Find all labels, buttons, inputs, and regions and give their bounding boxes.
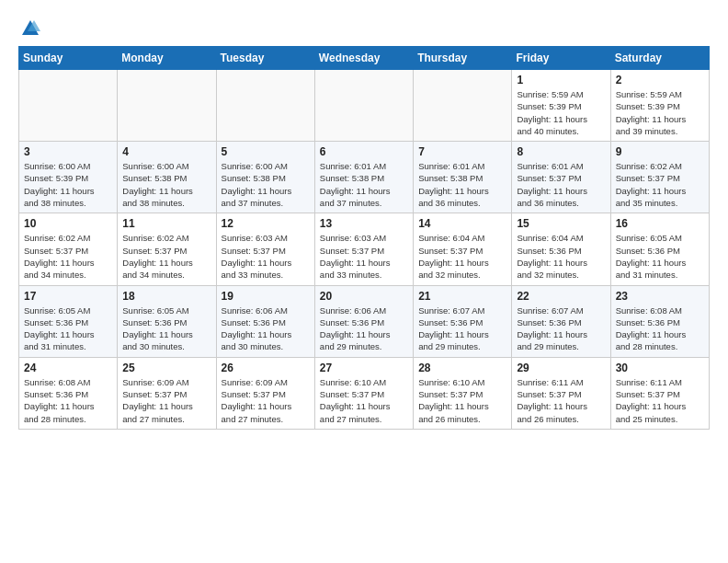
calendar-cell: 20Sunrise: 6:06 AMSunset: 5:36 PMDayligh… — [314, 285, 413, 357]
weekday-header-tuesday: Tuesday — [216, 47, 314, 70]
weekday-header-wednesday: Wednesday — [314, 47, 413, 70]
day-info: Sunrise: 5:59 AMSunset: 5:39 PMDaylight:… — [616, 88, 704, 137]
calendar-cell — [314, 70, 413, 142]
day-info: Sunrise: 6:08 AMSunset: 5:36 PMDaylight:… — [616, 304, 704, 353]
day-number: 18 — [122, 290, 210, 303]
calendar-cell: 13Sunrise: 6:03 AMSunset: 5:37 PMDayligh… — [314, 213, 413, 285]
day-info: Sunrise: 6:00 AMSunset: 5:39 PMDaylight:… — [24, 160, 112, 209]
day-info: Sunrise: 6:11 AMSunset: 5:37 PMDaylight:… — [616, 376, 704, 425]
day-info: Sunrise: 6:01 AMSunset: 5:38 PMDaylight:… — [320, 160, 408, 209]
weekday-header-saturday: Saturday — [610, 47, 709, 70]
day-info: Sunrise: 6:09 AMSunset: 5:37 PMDaylight:… — [222, 376, 310, 425]
day-number: 9 — [616, 145, 704, 158]
day-number: 4 — [122, 145, 210, 158]
day-info: Sunrise: 6:06 AMSunset: 5:36 PMDaylight:… — [222, 304, 310, 353]
day-info: Sunrise: 5:59 AMSunset: 5:39 PMDaylight:… — [517, 88, 605, 137]
calendar-cell: 4Sunrise: 6:00 AMSunset: 5:38 PMDaylight… — [118, 142, 216, 213]
weekday-header-friday: Friday — [512, 47, 610, 70]
day-number: 5 — [222, 145, 310, 158]
weekday-header-monday: Monday — [118, 47, 216, 70]
day-number: 6 — [320, 145, 408, 158]
day-number: 1 — [517, 74, 605, 86]
calendar-cell — [19, 70, 118, 142]
logo-icon — [20, 18, 40, 39]
day-number: 27 — [320, 362, 408, 374]
calendar-cell: 25Sunrise: 6:09 AMSunset: 5:37 PMDayligh… — [118, 357, 216, 429]
day-info: Sunrise: 6:07 AMSunset: 5:36 PMDaylight:… — [517, 304, 605, 353]
calendar-cell: 7Sunrise: 6:01 AMSunset: 5:38 PMDaylight… — [414, 142, 512, 213]
page: SundayMondayTuesdayWednesdayThursdayFrid… — [0, 0, 728, 441]
day-info: Sunrise: 6:05 AMSunset: 5:36 PMDaylight:… — [616, 232, 704, 281]
day-number: 21 — [418, 290, 506, 303]
day-info: Sunrise: 6:02 AMSunset: 5:37 PMDaylight:… — [24, 232, 112, 281]
day-number: 3 — [24, 145, 112, 158]
day-number: 14 — [418, 217, 506, 230]
calendar-cell: 2Sunrise: 5:59 AMSunset: 5:39 PMDaylight… — [610, 70, 709, 142]
day-info: Sunrise: 6:01 AMSunset: 5:37 PMDaylight:… — [517, 160, 605, 209]
weekday-header-sunday: Sunday — [19, 47, 118, 70]
day-number: 19 — [222, 290, 310, 303]
calendar-cell: 28Sunrise: 6:10 AMSunset: 5:37 PMDayligh… — [414, 357, 512, 429]
day-number: 13 — [320, 217, 408, 230]
day-info: Sunrise: 6:05 AMSunset: 5:36 PMDaylight:… — [122, 304, 210, 353]
day-number: 29 — [517, 362, 605, 374]
calendar-cell: 9Sunrise: 6:02 AMSunset: 5:37 PMDaylight… — [610, 142, 709, 213]
day-number: 8 — [517, 145, 605, 158]
calendar-cell: 30Sunrise: 6:11 AMSunset: 5:37 PMDayligh… — [610, 357, 709, 429]
day-number: 17 — [24, 290, 112, 303]
calendar-cell: 6Sunrise: 6:01 AMSunset: 5:38 PMDaylight… — [314, 142, 413, 213]
day-number: 15 — [517, 217, 605, 230]
day-number: 2 — [616, 74, 704, 86]
calendar-cell: 19Sunrise: 6:06 AMSunset: 5:36 PMDayligh… — [216, 285, 314, 357]
calendar-cell: 14Sunrise: 6:04 AMSunset: 5:37 PMDayligh… — [414, 213, 512, 285]
calendar-cell: 11Sunrise: 6:02 AMSunset: 5:37 PMDayligh… — [118, 213, 216, 285]
calendar-cell: 24Sunrise: 6:08 AMSunset: 5:36 PMDayligh… — [19, 357, 118, 429]
day-info: Sunrise: 6:04 AMSunset: 5:36 PMDaylight:… — [517, 232, 605, 281]
day-number: 22 — [517, 290, 605, 303]
day-info: Sunrise: 6:02 AMSunset: 5:37 PMDaylight:… — [616, 160, 704, 209]
day-info: Sunrise: 6:00 AMSunset: 5:38 PMDaylight:… — [122, 160, 210, 209]
day-number: 7 — [418, 145, 506, 158]
day-number: 30 — [616, 362, 704, 374]
day-info: Sunrise: 6:10 AMSunset: 5:37 PMDaylight:… — [320, 376, 408, 425]
calendar-cell: 26Sunrise: 6:09 AMSunset: 5:37 PMDayligh… — [216, 357, 314, 429]
day-number: 20 — [320, 290, 408, 303]
calendar-cell: 21Sunrise: 6:07 AMSunset: 5:36 PMDayligh… — [414, 285, 512, 357]
day-info: Sunrise: 6:08 AMSunset: 5:36 PMDaylight:… — [24, 376, 112, 425]
calendar-cell: 18Sunrise: 6:05 AMSunset: 5:36 PMDayligh… — [118, 285, 216, 357]
calendar-cell: 15Sunrise: 6:04 AMSunset: 5:36 PMDayligh… — [512, 213, 610, 285]
day-info: Sunrise: 6:06 AMSunset: 5:36 PMDaylight:… — [320, 304, 408, 353]
calendar-cell: 29Sunrise: 6:11 AMSunset: 5:37 PMDayligh… — [512, 357, 610, 429]
calendar-cell: 23Sunrise: 6:08 AMSunset: 5:36 PMDayligh… — [610, 285, 709, 357]
calendar-cell — [414, 70, 512, 142]
calendar-cell: 17Sunrise: 6:05 AMSunset: 5:36 PMDayligh… — [19, 285, 118, 357]
day-number: 12 — [222, 217, 310, 230]
logo — [18, 18, 40, 39]
calendar-cell — [118, 70, 216, 142]
calendar: SundayMondayTuesdayWednesdayThursdayFrid… — [18, 46, 710, 430]
day-info: Sunrise: 6:00 AMSunset: 5:38 PMDaylight:… — [222, 160, 310, 209]
calendar-cell: 27Sunrise: 6:10 AMSunset: 5:37 PMDayligh… — [314, 357, 413, 429]
day-info: Sunrise: 6:01 AMSunset: 5:38 PMDaylight:… — [418, 160, 506, 209]
day-number: 16 — [616, 217, 704, 230]
day-info: Sunrise: 6:03 AMSunset: 5:37 PMDaylight:… — [320, 232, 408, 281]
calendar-cell: 8Sunrise: 6:01 AMSunset: 5:37 PMDaylight… — [512, 142, 610, 213]
header — [18, 15, 710, 39]
day-number: 25 — [122, 362, 210, 374]
day-number: 28 — [418, 362, 506, 374]
calendar-cell: 12Sunrise: 6:03 AMSunset: 5:37 PMDayligh… — [216, 213, 314, 285]
calendar-cell — [216, 70, 314, 142]
day-info: Sunrise: 6:03 AMSunset: 5:37 PMDaylight:… — [222, 232, 310, 281]
day-number: 24 — [24, 362, 112, 374]
calendar-cell: 5Sunrise: 6:00 AMSunset: 5:38 PMDaylight… — [216, 142, 314, 213]
day-info: Sunrise: 6:07 AMSunset: 5:36 PMDaylight:… — [418, 304, 506, 353]
calendar-cell: 16Sunrise: 6:05 AMSunset: 5:36 PMDayligh… — [610, 213, 709, 285]
day-number: 10 — [24, 217, 112, 230]
day-info: Sunrise: 6:10 AMSunset: 5:37 PMDaylight:… — [418, 376, 506, 425]
day-number: 11 — [122, 217, 210, 230]
day-info: Sunrise: 6:04 AMSunset: 5:37 PMDaylight:… — [418, 232, 506, 281]
calendar-cell: 1Sunrise: 5:59 AMSunset: 5:39 PMDaylight… — [512, 70, 610, 142]
day-info: Sunrise: 6:11 AMSunset: 5:37 PMDaylight:… — [517, 376, 605, 425]
calendar-cell: 22Sunrise: 6:07 AMSunset: 5:36 PMDayligh… — [512, 285, 610, 357]
calendar-cell: 3Sunrise: 6:00 AMSunset: 5:39 PMDaylight… — [19, 142, 118, 213]
